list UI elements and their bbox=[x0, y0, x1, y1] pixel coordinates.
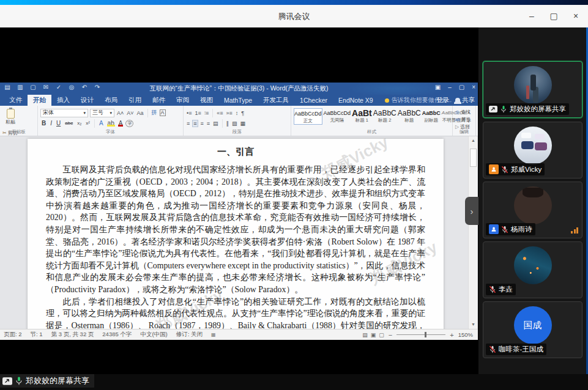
meeting-titlebar[interactable]: 腾讯会议 – ▢ × bbox=[0, 5, 588, 28]
paragraph-group: •≡ 1≡ ∶≡ «≡ »≡ ↕ ¶ ≡ ≡ ≡ ≡ ▤ bbox=[184, 106, 291, 136]
tab-1checker[interactable]: 1Checker bbox=[294, 95, 333, 106]
char-border-icon[interactable]: A bbox=[160, 109, 166, 116]
text-effects-icon[interactable]: A bbox=[98, 120, 105, 127]
bold-button[interactable]: B bbox=[40, 120, 47, 127]
zoom-slider[interactable] bbox=[396, 334, 445, 335]
tab-developer[interactable]: 开发工具 bbox=[258, 95, 294, 106]
maximize-button[interactable]: ▢ bbox=[545, 9, 562, 23]
decrease-indent-icon[interactable]: «≡ bbox=[216, 110, 223, 116]
document-canvas[interactable]: 一、引言 互联网及其背后负载的信息化对现代国家经济增长所具有的重要作用，已经逐步… bbox=[0, 136, 478, 329]
italic-button[interactable]: I bbox=[49, 120, 53, 127]
tab-view[interactable]: 视图 bbox=[195, 95, 218, 106]
zoom-level[interactable]: 150% bbox=[458, 331, 473, 338]
bullets-icon[interactable]: •≡ bbox=[186, 110, 192, 116]
scroll-down-icon[interactable]: ▼ bbox=[469, 320, 478, 329]
underline-button[interactable]: U bbox=[55, 120, 62, 127]
status-word-count[interactable]: 24385 个字 bbox=[102, 331, 132, 339]
status-page-info[interactable]: 第 3 页, 共 32 页 bbox=[51, 331, 94, 339]
align-center-icon[interactable]: ≡ bbox=[192, 120, 198, 127]
macro-record-icon[interactable]: ▦ bbox=[211, 332, 216, 337]
tab-mailings[interactable]: 邮件 bbox=[147, 95, 171, 106]
web-layout-icon[interactable]: ▢ bbox=[379, 332, 384, 338]
sort-icon[interactable]: ↕ bbox=[235, 110, 239, 116]
zoom-slider-thumb[interactable] bbox=[425, 332, 426, 337]
tab-design[interactable]: 设计 bbox=[75, 95, 99, 106]
borders-icon[interactable]: ▦ bbox=[240, 120, 247, 127]
strikethrough-button[interactable]: abc bbox=[64, 120, 74, 126]
ribbon-options-icon[interactable]: ▣ bbox=[435, 84, 441, 90]
participant-name: 咖啡茶-王国成 bbox=[499, 345, 543, 354]
superscript-button[interactable]: x² bbox=[84, 120, 91, 126]
numbering-icon[interactable]: 1≡ bbox=[194, 110, 201, 116]
tab-references[interactable]: 引用 bbox=[123, 95, 147, 106]
shading-icon[interactable]: ▨ bbox=[231, 120, 238, 127]
status-section[interactable]: 节: 1 bbox=[31, 331, 43, 339]
increase-indent-icon[interactable]: »≡ bbox=[226, 110, 233, 116]
collapse-sidebar-handle[interactable]: › bbox=[465, 197, 478, 225]
multilevel-list-icon[interactable]: ∶≡ bbox=[204, 110, 210, 116]
participant-tile[interactable]: 郑姣姣的屏幕共享 bbox=[483, 61, 582, 118]
style-subtitle[interactable]: AaBbC副标题 bbox=[422, 108, 441, 125]
document-scrollbar[interactable]: ▲ ▼ bbox=[468, 136, 477, 329]
change-case-icon[interactable]: Aa bbox=[136, 110, 144, 116]
minimize-button[interactable]: – bbox=[523, 9, 540, 23]
find-button[interactable]: ◎查找 bbox=[455, 109, 473, 116]
word-statusbar: 页面: 2 节: 1 第 3 页, 共 32 页 24385 个字 中文(中国)… bbox=[0, 329, 478, 340]
read-mode-icon[interactable]: ▤ bbox=[362, 332, 368, 338]
paste-button[interactable]: 粘贴 bbox=[2, 108, 18, 128]
align-right-icon[interactable]: ≡ bbox=[200, 120, 204, 127]
font-name-combo[interactable]: 宋体▾ bbox=[40, 109, 88, 117]
tab-home[interactable]: 开始 bbox=[28, 95, 51, 106]
word-window: ▤ ▥ ▢ ✉ ✓ ◎ ↶ ↷ 互联网的“生产率悖论”：中国经验证据(3) - … bbox=[0, 83, 478, 340]
align-left-icon[interactable]: ≡ bbox=[186, 120, 190, 127]
grow-font-icon[interactable]: A˄ bbox=[116, 110, 124, 116]
mic-muted-icon bbox=[489, 345, 496, 353]
style-heading1[interactable]: AaBt标题 1 bbox=[352, 108, 372, 125]
participant-tile[interactable]: 郑威Vicky bbox=[483, 122, 582, 178]
tab-layout[interactable]: 布局 bbox=[99, 95, 123, 106]
subscript-button[interactable]: x₂ bbox=[76, 120, 83, 126]
enclose-char-icon[interactable]: 字 bbox=[125, 120, 133, 127]
pinyin-icon[interactable]: 拼 bbox=[151, 109, 158, 117]
status-page-surface[interactable]: 页面: 2 bbox=[4, 331, 22, 339]
shrink-font-icon[interactable]: A˅ bbox=[126, 110, 134, 116]
document-page[interactable]: 一、引言 互联网及其背后负载的信息化对现代国家经济增长所具有的重要作用，已经逐步… bbox=[28, 139, 444, 329]
show-marks-icon[interactable]: ¶ bbox=[240, 110, 245, 116]
tab-review[interactable]: 审阅 bbox=[171, 95, 195, 106]
sign-in-button[interactable]: 登录 bbox=[436, 96, 449, 105]
font-color-icon[interactable]: A bbox=[117, 120, 124, 127]
participant-tile[interactable]: 国成 咖啡茶-王国成 bbox=[483, 301, 582, 358]
word-minimize-button[interactable]: – bbox=[448, 84, 452, 90]
tab-file[interactable]: 文件 bbox=[4, 95, 28, 106]
participant-tile[interactable]: 杨雨诗 bbox=[483, 182, 582, 238]
word-share-button[interactable]: 共享 bbox=[455, 96, 475, 105]
distribute-icon[interactable]: ▤ bbox=[212, 120, 219, 127]
font-size-combo[interactable]: 三号▾ bbox=[90, 109, 114, 117]
style-title[interactable]: AaBbC标题 bbox=[398, 108, 421, 125]
status-language[interactable]: 中文(中国) bbox=[140, 331, 167, 339]
replace-button[interactable]: ab替换 bbox=[455, 116, 473, 123]
scrollbar-thumb[interactable] bbox=[470, 149, 477, 167]
scroll-up-icon[interactable]: ▲ bbox=[469, 136, 478, 145]
word-close-button[interactable]: × bbox=[472, 84, 475, 90]
status-track-changes[interactable]: 修订: 关闭 bbox=[176, 331, 203, 339]
style-normal[interactable]: AaBbCcDd正文 bbox=[294, 108, 322, 125]
justify-icon[interactable]: ≡ bbox=[206, 120, 210, 127]
zoom-out-button[interactable]: − bbox=[389, 331, 392, 339]
style-no-spacing[interactable]: AaBbCcDd无间隔 bbox=[324, 108, 351, 125]
clipboard-group: 粘贴 ✂剪切 ⧉复制 ✎格式刷 剪贴板 bbox=[0, 106, 38, 136]
tab-mathtype[interactable]: MathType bbox=[218, 95, 258, 106]
print-layout-icon[interactable]: ▣ bbox=[371, 332, 376, 338]
tab-insert[interactable]: 插入 bbox=[51, 95, 75, 106]
zoom-in-button[interactable]: + bbox=[450, 331, 453, 339]
participant-name: 郑姣姣的屏幕共享 bbox=[510, 105, 566, 114]
tab-endnote[interactable]: EndNote X9 bbox=[333, 95, 379, 106]
word-restore-button[interactable]: ▢ bbox=[459, 84, 464, 90]
mic-muted-icon bbox=[501, 226, 508, 234]
member-badge-icon bbox=[489, 224, 499, 234]
style-heading2[interactable]: AaBbC标题 2 bbox=[373, 108, 396, 125]
line-spacing-icon[interactable]: ∥ bbox=[226, 120, 230, 127]
highlight-color-icon[interactable]: ab bbox=[106, 120, 116, 127]
close-button[interactable]: × bbox=[567, 9, 584, 23]
participant-tile[interactable]: 李垚 bbox=[483, 241, 582, 298]
